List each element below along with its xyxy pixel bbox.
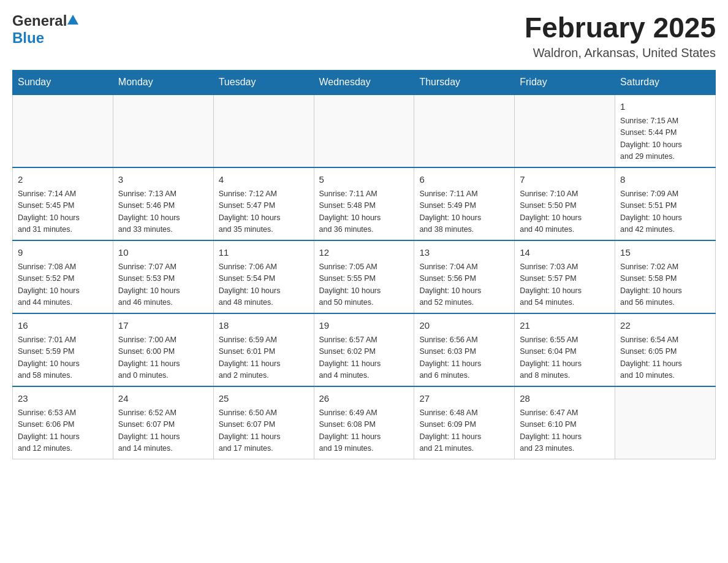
- calendar-day-cell: 2Sunrise: 7:14 AMSunset: 5:45 PMDaylight…: [13, 167, 113, 240]
- calendar-day-cell: 25Sunrise: 6:50 AMSunset: 6:07 PMDayligh…: [213, 386, 314, 459]
- day-number: 27: [419, 392, 509, 406]
- day-number: 10: [118, 246, 208, 260]
- location-title: Waldron, Arkansas, United States: [525, 46, 716, 60]
- calendar-day-cell: 12Sunrise: 7:05 AMSunset: 5:55 PMDayligh…: [314, 240, 414, 313]
- calendar-day-cell: 8Sunrise: 7:09 AMSunset: 5:51 PMDaylight…: [615, 167, 716, 240]
- calendar-day-cell: 6Sunrise: 7:11 AMSunset: 5:49 PMDaylight…: [414, 167, 515, 240]
- day-number: 17: [118, 319, 208, 333]
- calendar-day-cell: 26Sunrise: 6:49 AMSunset: 6:08 PMDayligh…: [314, 386, 414, 459]
- day-info: Sunrise: 6:52 AMSunset: 6:07 PMDaylight:…: [118, 407, 208, 455]
- day-info: Sunrise: 7:09 AMSunset: 5:51 PMDaylight:…: [620, 188, 710, 236]
- calendar-week-2: 2Sunrise: 7:14 AMSunset: 5:45 PMDaylight…: [13, 167, 716, 240]
- day-info: Sunrise: 7:14 AMSunset: 5:45 PMDaylight:…: [18, 188, 108, 236]
- calendar-day-cell: 1Sunrise: 7:15 AMSunset: 5:44 PMDaylight…: [615, 94, 716, 167]
- logo: General Blue: [12, 12, 78, 47]
- day-number: 6: [419, 173, 509, 187]
- day-info: Sunrise: 6:57 AMSunset: 6:02 PMDaylight:…: [319, 334, 409, 382]
- calendar-week-5: 23Sunrise: 6:53 AMSunset: 6:06 PMDayligh…: [13, 386, 716, 459]
- logo-blue-text: Blue: [12, 29, 44, 46]
- day-number: 9: [18, 246, 108, 260]
- day-number: 24: [118, 392, 208, 406]
- day-number: 13: [419, 246, 509, 260]
- logo-general-text: General: [12, 12, 67, 29]
- weekday-header-sunday: Sunday: [13, 70, 113, 94]
- day-number: 7: [520, 173, 610, 187]
- day-number: 22: [620, 319, 710, 333]
- day-number: 20: [419, 319, 509, 333]
- calendar-day-cell: 18Sunrise: 6:59 AMSunset: 6:01 PMDayligh…: [213, 313, 314, 386]
- day-number: 14: [520, 246, 610, 260]
- day-info: Sunrise: 6:56 AMSunset: 6:03 PMDaylight:…: [419, 334, 509, 382]
- day-info: Sunrise: 7:05 AMSunset: 5:55 PMDaylight:…: [319, 261, 409, 309]
- calendar-day-cell: 22Sunrise: 6:54 AMSunset: 6:05 PMDayligh…: [615, 313, 716, 386]
- day-info: Sunrise: 6:47 AMSunset: 6:10 PMDaylight:…: [520, 407, 610, 455]
- day-number: 1: [620, 100, 710, 114]
- calendar-day-cell: 5Sunrise: 7:11 AMSunset: 5:48 PMDaylight…: [314, 167, 414, 240]
- day-number: 2: [18, 173, 108, 187]
- calendar-day-cell: 16Sunrise: 7:01 AMSunset: 5:59 PMDayligh…: [13, 313, 113, 386]
- weekday-header-row: SundayMondayTuesdayWednesdayThursdayFrid…: [13, 70, 716, 94]
- day-info: Sunrise: 7:15 AMSunset: 5:44 PMDaylight:…: [620, 115, 710, 163]
- day-number: 12: [319, 246, 409, 260]
- weekday-header-wednesday: Wednesday: [314, 70, 414, 94]
- day-number: 3: [118, 173, 208, 187]
- day-number: 26: [319, 392, 409, 406]
- calendar-day-cell: 23Sunrise: 6:53 AMSunset: 6:06 PMDayligh…: [13, 386, 113, 459]
- calendar-day-cell: [515, 94, 615, 167]
- weekday-header-friday: Friday: [515, 70, 615, 94]
- calendar-day-cell: 11Sunrise: 7:06 AMSunset: 5:54 PMDayligh…: [213, 240, 314, 313]
- calendar-week-3: 9Sunrise: 7:08 AMSunset: 5:52 PMDaylight…: [13, 240, 716, 313]
- day-number: 8: [620, 173, 710, 187]
- weekday-header-saturday: Saturday: [615, 70, 716, 94]
- calendar-day-cell: 13Sunrise: 7:04 AMSunset: 5:56 PMDayligh…: [414, 240, 515, 313]
- day-info: Sunrise: 7:06 AMSunset: 5:54 PMDaylight:…: [219, 261, 309, 309]
- calendar-table: SundayMondayTuesdayWednesdayThursdayFrid…: [12, 70, 716, 459]
- day-info: Sunrise: 7:13 AMSunset: 5:46 PMDaylight:…: [118, 188, 208, 236]
- title-section: February 2025 Waldron, Arkansas, United …: [525, 12, 716, 60]
- day-number: 15: [620, 246, 710, 260]
- day-info: Sunrise: 7:00 AMSunset: 6:00 PMDaylight:…: [118, 334, 208, 382]
- calendar-day-cell: 14Sunrise: 7:03 AMSunset: 5:57 PMDayligh…: [515, 240, 615, 313]
- day-info: Sunrise: 7:11 AMSunset: 5:49 PMDaylight:…: [419, 188, 509, 236]
- calendar-day-cell: 17Sunrise: 7:00 AMSunset: 6:00 PMDayligh…: [113, 313, 213, 386]
- day-info: Sunrise: 7:01 AMSunset: 5:59 PMDaylight:…: [18, 334, 108, 382]
- calendar-day-cell: 10Sunrise: 7:07 AMSunset: 5:53 PMDayligh…: [113, 240, 213, 313]
- day-number: 25: [219, 392, 309, 406]
- day-info: Sunrise: 6:48 AMSunset: 6:09 PMDaylight:…: [419, 407, 509, 455]
- calendar-week-1: 1Sunrise: 7:15 AMSunset: 5:44 PMDaylight…: [13, 94, 716, 167]
- calendar-week-4: 16Sunrise: 7:01 AMSunset: 5:59 PMDayligh…: [13, 313, 716, 386]
- calendar-day-cell: [414, 94, 515, 167]
- calendar-day-cell: 15Sunrise: 7:02 AMSunset: 5:58 PMDayligh…: [615, 240, 716, 313]
- calendar-day-cell: [314, 94, 414, 167]
- logo-triangle-icon: [67, 15, 78, 25]
- weekday-header-monday: Monday: [113, 70, 213, 94]
- weekday-header-thursday: Thursday: [414, 70, 515, 94]
- day-number: 4: [219, 173, 309, 187]
- day-info: Sunrise: 6:50 AMSunset: 6:07 PMDaylight:…: [219, 407, 309, 455]
- calendar-day-cell: [13, 94, 113, 167]
- calendar-day-cell: 4Sunrise: 7:12 AMSunset: 5:47 PMDaylight…: [213, 167, 314, 240]
- day-number: 5: [319, 173, 409, 187]
- day-info: Sunrise: 6:53 AMSunset: 6:06 PMDaylight:…: [18, 407, 108, 455]
- day-info: Sunrise: 6:55 AMSunset: 6:04 PMDaylight:…: [520, 334, 610, 382]
- day-number: 18: [219, 319, 309, 333]
- day-number: 28: [520, 392, 610, 406]
- day-number: 16: [18, 319, 108, 333]
- day-info: Sunrise: 7:03 AMSunset: 5:57 PMDaylight:…: [520, 261, 610, 309]
- page-header: General Blue February 2025 Waldron, Arka…: [12, 12, 716, 60]
- day-info: Sunrise: 7:07 AMSunset: 5:53 PMDaylight:…: [118, 261, 208, 309]
- day-info: Sunrise: 7:04 AMSunset: 5:56 PMDaylight:…: [419, 261, 509, 309]
- day-info: Sunrise: 7:08 AMSunset: 5:52 PMDaylight:…: [18, 261, 108, 309]
- day-info: Sunrise: 6:59 AMSunset: 6:01 PMDaylight:…: [219, 334, 309, 382]
- month-year-title: February 2025: [525, 12, 716, 44]
- calendar-day-cell: 7Sunrise: 7:10 AMSunset: 5:50 PMDaylight…: [515, 167, 615, 240]
- day-number: 19: [319, 319, 409, 333]
- day-info: Sunrise: 7:12 AMSunset: 5:47 PMDaylight:…: [219, 188, 309, 236]
- calendar-day-cell: 19Sunrise: 6:57 AMSunset: 6:02 PMDayligh…: [314, 313, 414, 386]
- calendar-day-cell: [615, 386, 716, 459]
- calendar-day-cell: [113, 94, 213, 167]
- day-info: Sunrise: 6:54 AMSunset: 6:05 PMDaylight:…: [620, 334, 710, 382]
- calendar-day-cell: [213, 94, 314, 167]
- day-info: Sunrise: 6:49 AMSunset: 6:08 PMDaylight:…: [319, 407, 409, 455]
- calendar-day-cell: 27Sunrise: 6:48 AMSunset: 6:09 PMDayligh…: [414, 386, 515, 459]
